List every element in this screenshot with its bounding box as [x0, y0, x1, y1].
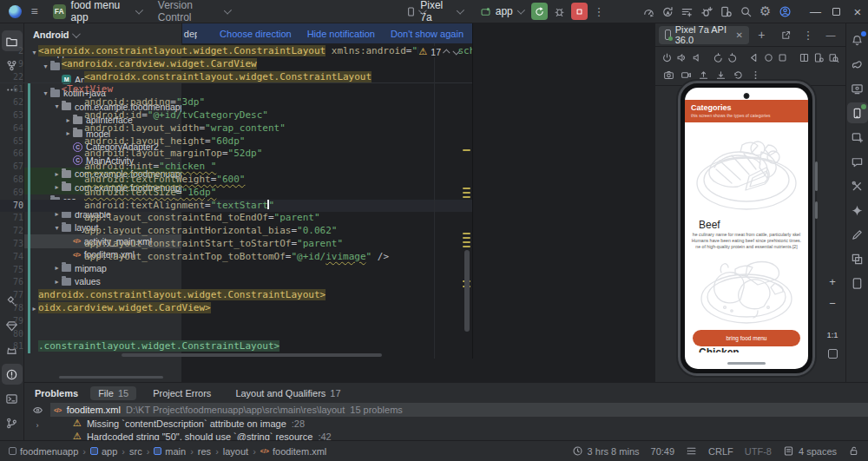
zoom-ratio-button[interactable]: 1:1 [826, 330, 838, 339]
breadcrumb-app[interactable]: app [90, 446, 117, 457]
filter-eye-icon[interactable] [32, 405, 43, 416]
code-line-81[interactable]: 81.constraintlayout.widget.ConstraintLay… [0, 340, 472, 353]
warning-stripe-mark[interactable] [463, 196, 470, 198]
screenshot-compare-icon[interactable] [826, 49, 840, 65]
banner-action-choose-direction[interactable]: Choose direction [220, 29, 292, 39]
device-tab[interactable]: Pixel 7a API 36.0 ✕ [659, 26, 749, 44]
code-line-79[interactable]: 79 [0, 315, 472, 328]
snapshot-settings-icon[interactable] [812, 49, 825, 65]
fold-icon[interactable] [797, 49, 811, 65]
code-line-67[interactable]: 67 android:hint="chicken " [0, 161, 472, 174]
code-line-62[interactable]: 62 android:padding="3dp" [0, 96, 472, 109]
bring-food-menu-button[interactable]: bring food menu [693, 330, 800, 346]
breadcrumb-foodmenuapp[interactable]: foodmenuapp [9, 446, 78, 457]
warning-stripe-mark[interactable] [463, 149, 470, 151]
close-icon[interactable]: ✕ [735, 30, 742, 40]
overview-icon[interactable] [776, 49, 790, 65]
code-line-2[interactable]: 2<androidx.constraintlayout.widget.Const… [0, 45, 472, 58]
code-line-64[interactable]: 64 android:layout_width="wrap_content" [0, 122, 472, 135]
project-hscrollbar[interactable] [59, 376, 163, 379]
code-line-9[interactable]: 9 <androidx.cardview.widget.CardView [0, 58, 472, 71]
code-line-68[interactable]: 68 android:textFontWeight="600" [0, 174, 472, 187]
warning-stripe-mark[interactable] [463, 233, 470, 234]
more-options-icon[interactable]: ⋮ [797, 25, 819, 44]
indent-icon[interactable] [686, 445, 697, 457]
rotate-right-icon[interactable] [726, 49, 740, 65]
window-minimize-button[interactable]: — [805, 1, 825, 22]
main-menu-icon[interactable]: ≡ [24, 2, 43, 21]
code-line-78[interactable]: 78oidx.cardview.widget.CardView> [0, 302, 472, 315]
terminal-icon[interactable] [2, 388, 23, 409]
zoom-in-button[interactable]: + [825, 273, 840, 289]
rerun-button[interactable] [531, 3, 548, 20]
caret-position[interactable]: 70:49 [651, 446, 675, 457]
problems-file-row[interactable]: </> fooditem.xml D:\KT Project\foodmenua… [50, 403, 868, 417]
code-area[interactable]: ⚠ 17 2<androidx.constraintlayout.widget.… [0, 43, 472, 359]
code-line-69[interactable]: 69 android:textSize="16dp" [0, 187, 472, 200]
app-quality-insights-icon[interactable] [847, 151, 868, 172]
banner-action-dont-show-again[interactable]: Don't show again [391, 29, 464, 39]
rotate-left-icon[interactable] [711, 49, 725, 65]
problems-tab-file[interactable]: File15 [90, 386, 136, 400]
breadcrumb-layout[interactable]: layout [223, 446, 248, 457]
account-icon[interactable] [775, 2, 794, 21]
breadcrumb-src[interactable]: src [129, 446, 142, 457]
unlock-icon[interactable] [848, 445, 859, 457]
open-in-window-icon[interactable] [774, 25, 797, 44]
encoding[interactable]: UTF-8 [745, 446, 772, 457]
line-ending[interactable]: CRLF [708, 446, 733, 457]
version-control-icon[interactable] [2, 412, 23, 433]
code-line-72[interactable]: 72 app:layout_constraintHorizontal_bias=… [0, 225, 472, 238]
code-line-70[interactable]: 70 android:textAlignment="textStart" [0, 200, 472, 213]
code-line-22[interactable]: 22 <androidx.constraintlayout.widget.Con… [0, 71, 472, 84]
device-manager-icon[interactable] [847, 78, 868, 99]
warning-stripe-mark[interactable] [463, 237, 470, 239]
project-view-selector[interactable]: Android [33, 30, 69, 40]
record-screen-icon[interactable] [678, 67, 694, 82]
running-devices-icon[interactable] [847, 102, 868, 123]
code-line-63[interactable]: 63 android:id="@+id/tvCategoryDesc" [0, 109, 472, 122]
power-icon[interactable] [661, 49, 674, 65]
code-line-76[interactable]: 76 [0, 276, 472, 289]
hide-panel-icon[interactable]: — [819, 25, 842, 44]
back-icon[interactable] [746, 49, 760, 65]
window-restore-button[interactable] [826, 1, 847, 22]
home-icon[interactable] [761, 49, 775, 65]
add-device-button[interactable]: + [753, 25, 771, 44]
prev-warning-icon[interactable] [443, 49, 450, 56]
volume-up-icon[interactable] [675, 49, 689, 65]
volume-down-icon[interactable] [690, 49, 704, 65]
inspections-widget[interactable]: ⚠ 17 [418, 46, 458, 57]
project-name-menu[interactable]: food menu app [71, 0, 131, 23]
build-menu-icon[interactable] [678, 2, 697, 21]
code-line-75[interactable]: 75 [0, 264, 472, 277]
problems-icon[interactable] [2, 364, 23, 385]
more-actions-icon[interactable]: ⋮ [589, 2, 608, 21]
warning-stripe-mark[interactable] [463, 246, 470, 247]
problems-tab-project-errors[interactable]: Project Errors [145, 386, 219, 400]
zoom-out-button[interactable]: − [825, 295, 840, 311]
run-config-selector[interactable]: app [496, 5, 513, 17]
version-control-menu[interactable]: Version Control [158, 0, 220, 23]
attach-debugger-icon[interactable] [697, 2, 716, 21]
settings-icon[interactable]: ⚙ [755, 2, 774, 21]
breadcrumb-main[interactable]: main [154, 446, 186, 457]
breadcrumb-fooditem-xml[interactable]: </>fooditem.xml [260, 446, 326, 457]
screenshot-icon[interactable] [661, 67, 677, 82]
screen-mirror-icon[interactable] [847, 248, 868, 269]
code-line-71[interactable]: 71 app:layout_constraintEnd_toEndOf="par… [0, 212, 472, 225]
device-explorer-icon[interactable] [847, 273, 868, 293]
warning-stripe-mark[interactable] [463, 192, 470, 194]
debug-button[interactable] [551, 3, 568, 20]
banner-action-hide-notification[interactable]: Hide notification [307, 29, 375, 39]
stop-button[interactable] [571, 3, 588, 20]
breadcrumb-res[interactable]: res [198, 446, 211, 457]
problem-warning-row[interactable]: ⚠Missing `contentDescription` attribute … [50, 417, 868, 430]
profiler-icon[interactable] [639, 2, 658, 21]
code-line-74[interactable]: 74 app:layout_constraintTop_toBottomOf="… [0, 251, 472, 264]
session-time[interactable]: 3 hrs 8 mins [572, 445, 640, 457]
code-line-80[interactable]: 80 [0, 328, 472, 341]
gradle-icon[interactable] [847, 54, 868, 75]
warning-stripe-mark[interactable] [463, 241, 470, 243]
search-everywhere-icon[interactable] [736, 2, 755, 21]
